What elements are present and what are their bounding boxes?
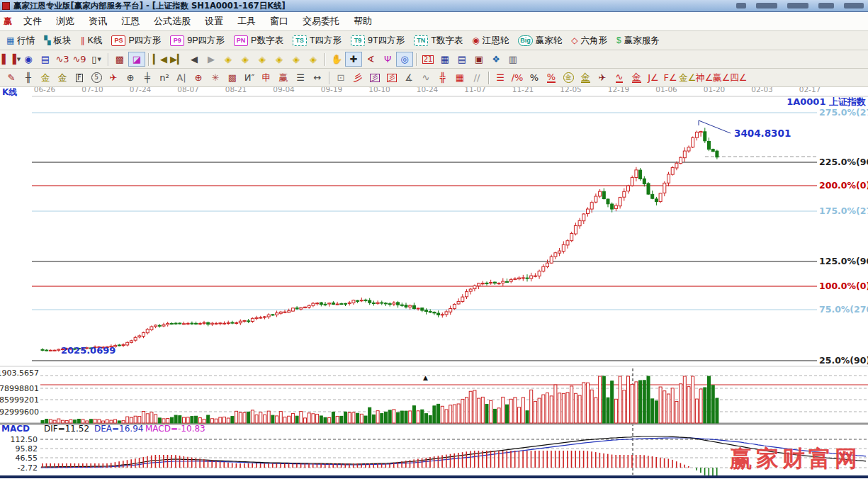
angle-measure-icon[interactable]: ∢ — [362, 52, 379, 67]
color-chart-icon[interactable]: ◪ — [128, 52, 145, 67]
crosshair-icon[interactable]: ✚ — [345, 52, 362, 67]
red-grid2-icon[interactable]: ▦ — [451, 70, 468, 85]
a-line-icon[interactable]: A| — [173, 70, 190, 85]
draw-pencil-icon[interactable]: ✎ — [3, 70, 20, 85]
gann-anchor-icon[interactable]: Ψ — [379, 52, 396, 67]
prev-page-icon[interactable]: ◀ — [186, 52, 203, 67]
lines-icon[interactable]: // — [468, 70, 485, 85]
save-icon[interactable]: ▣ — [470, 52, 487, 67]
window-control-button[interactable] — [844, 3, 864, 9]
gold-grid2-icon[interactable]: 金 — [54, 70, 71, 85]
menu-item-窗口[interactable]: 窗口 — [263, 13, 295, 30]
f-grid-icon[interactable]: F — [71, 70, 88, 85]
target-icon[interactable]: ⊕ — [190, 70, 207, 85]
compass-icon[interactable]: ⊕ — [122, 70, 139, 85]
menu-item-交易委托[interactable]: 交易委托 — [295, 13, 346, 30]
fan-box-icon[interactable]: 彡 — [366, 70, 383, 85]
range-icon[interactable]: ↔ — [309, 70, 326, 85]
win-grid-icon[interactable]: 赢 — [275, 70, 292, 85]
shen-angle-icon[interactable]: 神∠ — [696, 70, 713, 85]
sectors-button[interactable]: ▚板块 — [40, 33, 75, 48]
win-angle-icon[interactable]: 赢∠ — [713, 70, 730, 85]
remote-icon[interactable]: ▥ — [505, 52, 522, 67]
j-angle-icon[interactable]: J∠ — [645, 70, 662, 85]
gold-angle-icon[interactable]: 金∠ — [679, 70, 696, 85]
diamond-up-icon[interactable]: ◈ — [288, 52, 305, 67]
window-control-button[interactable] — [818, 3, 834, 9]
f-angle-icon[interactable]: F∠ — [662, 70, 679, 85]
p-square-button[interactable]: PSP四方形 — [107, 33, 165, 48]
diamond-expand-icon[interactable]: ◈ — [254, 52, 271, 67]
region-select-icon[interactable]: ◎ — [396, 52, 413, 67]
quotes-button[interactable]: ▦行情 — [2, 33, 39, 48]
market-web-icon[interactable]: ◉ — [20, 52, 37, 67]
spiral5-icon[interactable]: 5 — [88, 70, 105, 85]
t-square-button[interactable]: TST四方形 — [288, 33, 346, 48]
diamond-shrink-icon[interactable]: ◈ — [271, 52, 288, 67]
window-control-button[interactable] — [736, 3, 746, 9]
zigzag-icon[interactable]: ∿ — [417, 70, 434, 85]
menu-item-设置[interactable]: 设置 — [198, 13, 230, 30]
red-grid-icon[interactable]: ╬ — [434, 70, 451, 85]
menu-item-公式选股[interactable]: 公式选股 — [147, 13, 198, 30]
fan-box2-icon[interactable]: 彡 — [383, 70, 400, 85]
window-control-button[interactable] — [756, 3, 777, 9]
gold-grid-icon[interactable]: 金 — [37, 70, 54, 85]
t9-square-button[interactable]: T99T四方形 — [346, 33, 409, 48]
p9-square-button[interactable]: P99P四方形 — [166, 33, 229, 48]
winner-wheel-button[interactable]: Big赢家轮 — [514, 33, 566, 48]
n2-icon[interactable]: n² — [156, 70, 173, 85]
gold-ul-icon[interactable]: 金 — [628, 70, 645, 85]
next-page-icon[interactable]: ▶ — [203, 52, 220, 67]
wave9-icon[interactable]: ∿9 — [71, 52, 88, 67]
angle-rays-icon[interactable]: ∡ — [400, 70, 417, 85]
kline-button[interactable]: ∥K线 — [77, 33, 107, 48]
hash-grid-icon[interactable]: ╪ — [139, 70, 156, 85]
kline-style-icon[interactable]: ▌▐▼ — [3, 52, 20, 67]
t-number-button[interactable]: TNT数字表 — [410, 33, 467, 48]
last-page-icon[interactable]: ▶▎ — [169, 52, 186, 67]
notes-icon[interactable]: ▤ — [453, 52, 470, 67]
four-angle-icon[interactable]: 四∠ — [730, 70, 747, 85]
calculator-icon[interactable]: ▦ — [436, 52, 453, 67]
rocket-icon[interactable]: ✈ — [105, 70, 122, 85]
gold-circle-icon[interactable]: 金 — [560, 70, 577, 85]
measure-rocket-icon[interactable]: ✈ — [594, 70, 611, 85]
pattern-icon[interactable]: ▩ — [111, 52, 128, 67]
chart-area[interactable]: 06-2607-1007-2408-0708-2109-0409-1910-10… — [0, 87, 868, 475]
winner-service-button[interactable]: $赢家服务 — [612, 33, 664, 48]
hexagon-button[interactable]: ◇六角形 — [567, 33, 611, 48]
menu-item-工具[interactable]: 工具 — [230, 13, 263, 30]
grid-star-icon[interactable]: ▩ — [224, 70, 241, 85]
shen-grid-icon[interactable]: 申 — [258, 70, 275, 85]
square-draw-icon[interactable]: ⊡ — [332, 70, 349, 85]
menu-item-文件[interactable]: 文件 — [16, 13, 49, 30]
diamond-left-icon[interactable]: ◈ — [220, 52, 237, 67]
gold-line-icon[interactable]: 金 — [577, 70, 594, 85]
percent-line-icon[interactable]: % — [543, 70, 560, 85]
grid-tool-icon[interactable]: ╫ — [20, 70, 37, 85]
gann-wheel-button[interactable]: ◉江恩轮 — [468, 33, 513, 48]
first-page-icon[interactable]: ▎◀ — [152, 52, 169, 67]
menu-item-江恩[interactable]: 江恩 — [114, 13, 147, 30]
ruler-icon[interactable]: ☰ — [292, 70, 309, 85]
av-wave-icon[interactable]: ∿ — [611, 70, 628, 85]
diamond-right-icon[interactable]: ◈ — [237, 52, 254, 67]
calendar-icon[interactable]: 21 — [419, 52, 436, 67]
diamond-down-icon[interactable]: ◈ — [305, 52, 322, 67]
menu-item-浏览[interactable]: 浏览 — [49, 13, 81, 30]
star-icon[interactable]: ✳ — [207, 70, 224, 85]
menu-item-帮助[interactable]: 帮助 — [346, 13, 379, 30]
wave3-icon[interactable]: ∿3 — [54, 52, 71, 67]
network-icon[interactable]: ❖ — [487, 52, 505, 67]
percent-icon[interactable]: % — [526, 70, 543, 85]
candle-style-icon[interactable]: ▯▼ — [88, 52, 105, 67]
menu-item-资讯[interactable]: 资讯 — [81, 13, 114, 30]
wave-mark-icon[interactable]: И″ — [241, 70, 258, 85]
p-number-button[interactable]: PNP数字表 — [230, 33, 288, 48]
kline-chart[interactable]: 06-2607-1007-2408-0708-2109-0409-1910-10… — [0, 87, 868, 475]
info-doc-icon[interactable]: ▤ — [37, 52, 54, 67]
percent-x-icon[interactable]: ∕% — [509, 70, 526, 85]
fan-icon[interactable]: 彡 — [349, 70, 366, 85]
levels-icon[interactable]: ☰ — [492, 70, 509, 85]
